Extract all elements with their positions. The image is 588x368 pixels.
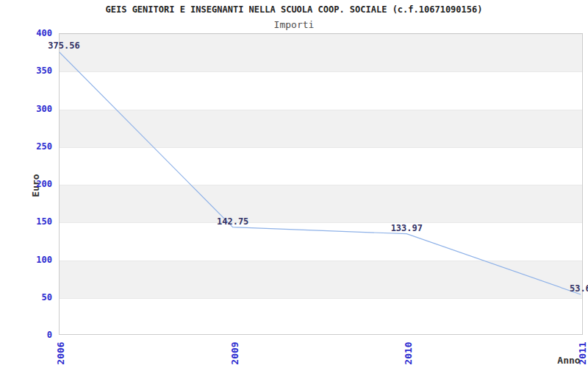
data-point-label: 142.75: [217, 217, 248, 227]
data-point-label: 53.61: [570, 284, 588, 294]
x-tick-label: 2010: [404, 342, 414, 364]
y-tick-label: 50: [0, 292, 52, 302]
chart-title: GEIS GENITORI E INSEGNANTI NELLA SCUOLA …: [0, 4, 588, 15]
chart-window: GEIS GENITORI E INSEGNANTI NELLA SCUOLA …: [0, 0, 588, 368]
chart-subtitle: Importi: [0, 19, 588, 30]
x-tick-label: 2009: [230, 342, 240, 364]
y-tick-label: 250: [0, 141, 52, 152]
y-tick-label: 150: [0, 216, 52, 227]
data-point-label: 375.56: [48, 41, 79, 51]
y-tick-label: 300: [0, 104, 52, 114]
x-axis-title: Anno: [557, 355, 580, 366]
y-tick-label: 0: [0, 330, 52, 340]
y-tick-label: 200: [0, 179, 52, 189]
y-tick-label: 100: [0, 255, 52, 265]
plot-area: [59, 33, 583, 335]
y-tick-label: 350: [0, 66, 52, 76]
data-point-label: 133.97: [391, 224, 423, 233]
x-tick-label: 2006: [56, 342, 66, 364]
line-series-svg: [60, 34, 582, 334]
y-tick-label: 400: [0, 28, 52, 38]
line-series: [60, 52, 581, 294]
